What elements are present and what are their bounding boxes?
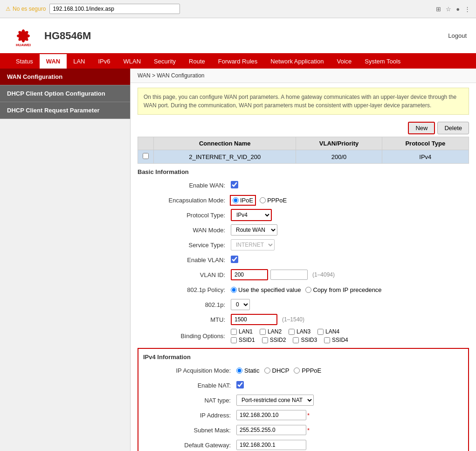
row-protocol: IPv4 xyxy=(382,150,469,164)
ipoe-radio[interactable] xyxy=(233,197,239,203)
wan-mode-select[interactable]: Route WAN Bridge WAN xyxy=(231,224,277,236)
wan-table: Connection Name VLAN/Priority Protocol T… xyxy=(138,137,469,164)
dot1p-select[interactable]: 0123 4567 xyxy=(231,299,250,310)
col-vlan: VLAN/Priority xyxy=(296,137,382,150)
vlan-id-input[interactable] xyxy=(231,269,268,280)
ipv4-box: IPv4 Information IP Acquisition Mode: St… xyxy=(138,348,469,451)
basic-info-title: Basic Information xyxy=(138,168,469,175)
nav-security[interactable]: Security xyxy=(147,54,182,69)
binding-ssid2[interactable]: SSID2 xyxy=(262,337,286,343)
enable-wan-label: Enable WAN: xyxy=(138,182,231,189)
policy-specified-label: Use the specified value xyxy=(238,286,301,293)
service-type-select[interactable]: INTERNET xyxy=(231,239,275,250)
sidebar-wan-config[interactable]: WAN Configuration xyxy=(0,69,130,85)
binding-ssid3[interactable]: SSID3 xyxy=(293,337,317,343)
extensions-icon[interactable]: ⊞ xyxy=(436,6,441,13)
nav-wlan[interactable]: WLAN xyxy=(117,54,148,69)
bookmark-icon[interactable]: ☆ xyxy=(446,6,451,13)
enable-vlan-row: Enable VLAN: xyxy=(138,254,469,266)
huawei-logo-svg: HUAWEI xyxy=(11,24,36,48)
breadcrumb: WAN > WAN Configuration xyxy=(131,69,476,83)
ip-acq-label: IP Acquisition Mode: xyxy=(143,367,236,374)
ip-required: * xyxy=(307,412,310,419)
gateway-control xyxy=(236,440,463,450)
gateway-label: Default Gateway: xyxy=(143,442,236,449)
row-checkbox[interactable] xyxy=(143,153,149,159)
gateway-input[interactable] xyxy=(236,440,306,450)
vlan-id-row: VLAN ID: (1–4094) xyxy=(138,269,469,281)
info-box: On this page, you can configure WAN port… xyxy=(138,88,469,115)
enable-vlan-checkbox[interactable] xyxy=(231,256,238,263)
ip-address-input[interactable] xyxy=(236,410,306,420)
policy-copy-label: Copy from IP precedence xyxy=(313,286,381,293)
logout-link[interactable]: Logout xyxy=(448,32,467,39)
browser-bar: ⚠ No es seguro ⊞ ☆ ● ⋮ xyxy=(0,0,476,18)
sidebar-dhcp-param[interactable]: DHCP Client Request Parameter xyxy=(0,102,130,119)
binding-ssid4[interactable]: SSID4 xyxy=(324,337,348,343)
table-toolbar: New Delete xyxy=(131,119,476,137)
gateway-row: Default Gateway: xyxy=(143,439,463,451)
encapsulation-label: Encapsulation Mode: xyxy=(138,197,231,204)
subnet-control: * xyxy=(236,425,463,435)
address-bar[interactable] xyxy=(49,4,180,14)
nat-type-select[interactable]: Port-restricted cone NAT Full cone NAT S… xyxy=(236,395,314,406)
table-row[interactable]: 2_INTERNET_R_VID_200 200/0 IPv4 xyxy=(138,150,469,164)
protocol-select[interactable]: IPv4 IPv6 IPv4/IPv6 xyxy=(231,209,272,221)
profile-icon[interactable]: ● xyxy=(456,6,460,13)
ip-acq-dhcp[interactable]: DHCP xyxy=(264,367,290,374)
binding-ssid1[interactable]: SSID1 xyxy=(231,337,255,343)
encapsulation-control: IPoE PPPoE xyxy=(231,196,469,205)
binding-options: LAN1 LAN2 LAN3 LAN4 SSID1 SSID2 SSID3 SS… xyxy=(231,328,469,343)
subnet-row: Subnet Mask: * xyxy=(143,424,463,436)
service-type-row: Service Type: INTERNET xyxy=(138,239,469,251)
sidebar: WAN Configuration DHCP Client Option Con… xyxy=(0,69,131,451)
enable-nat-label: Enable NAT: xyxy=(143,382,236,389)
ip-acq-pppoe[interactable]: PPPoE xyxy=(294,367,321,374)
nav-status[interactable]: Status xyxy=(9,54,40,69)
binding-lan3[interactable]: LAN3 xyxy=(289,328,310,335)
binding-row-2: SSID1 SSID2 SSID3 SSID4 xyxy=(231,337,469,343)
nav-lan[interactable]: LAN xyxy=(67,54,91,69)
sidebar-dhcp-option[interactable]: DHCP Client Option Configuration xyxy=(0,85,130,102)
ipoe-option[interactable]: IPoE xyxy=(231,196,255,205)
nav-ipv6[interactable]: IPv6 xyxy=(92,54,117,69)
menu-icon[interactable]: ⋮ xyxy=(464,6,470,13)
pppoe-radio[interactable] xyxy=(260,197,266,203)
nav-systools[interactable]: System Tools xyxy=(358,54,407,69)
encapsulation-row: Encapsulation Mode: IPoE PPPoE xyxy=(138,194,469,206)
policy-label: 802.1p Policy: xyxy=(138,286,231,293)
logo-box: HUAWEI xyxy=(9,23,37,49)
nav-wan[interactable]: WAN xyxy=(40,54,67,69)
policy-specified-radio[interactable] xyxy=(231,287,237,293)
policy-copy-radio[interactable] xyxy=(305,287,311,293)
ip-acq-static[interactable]: Static xyxy=(236,367,260,374)
binding-lan4[interactable]: LAN4 xyxy=(317,328,339,335)
subnet-input[interactable] xyxy=(236,425,306,435)
pppoe-label: PPPoE xyxy=(267,197,287,204)
policy-copy-option[interactable]: Copy from IP precedence xyxy=(305,286,381,293)
wan-mode-control: Route WAN Bridge WAN xyxy=(231,224,469,236)
binding-lan1[interactable]: LAN1 xyxy=(231,328,253,335)
delete-button[interactable]: Delete xyxy=(437,122,469,134)
new-button[interactable]: New xyxy=(408,122,435,134)
binding-control: LAN1 LAN2 LAN3 LAN4 SSID1 SSID2 SSID3 SS… xyxy=(231,328,469,343)
nav-route[interactable]: Route xyxy=(182,54,212,69)
binding-label: Binding Options: xyxy=(138,333,231,340)
nav-forward[interactable]: Forward Rules xyxy=(212,54,264,69)
subnet-required: * xyxy=(307,427,310,434)
mtu-input[interactable] xyxy=(231,314,277,325)
enable-wan-checkbox[interactable] xyxy=(231,181,238,188)
nav-netapp[interactable]: Network Application xyxy=(264,54,330,69)
col-checkbox xyxy=(138,137,154,150)
enable-nat-checkbox[interactable] xyxy=(236,381,244,389)
nav-voice[interactable]: Voice xyxy=(330,54,358,69)
ip-acq-row: IP Acquisition Mode: Static DHCP PPPoE xyxy=(143,364,463,376)
binding-lan2[interactable]: LAN2 xyxy=(260,328,282,335)
vlan-id-label: VLAN ID: xyxy=(138,271,231,278)
vlan-id-extra-input[interactable] xyxy=(270,270,308,280)
enable-wan-row: Enable WAN: xyxy=(138,179,469,191)
ipoe-label: IPoE xyxy=(240,197,253,204)
pppoe-option[interactable]: PPPoE xyxy=(260,197,287,204)
row-checkbox-cell[interactable] xyxy=(138,150,154,164)
policy-specified-option[interactable]: Use the specified value xyxy=(231,286,301,293)
